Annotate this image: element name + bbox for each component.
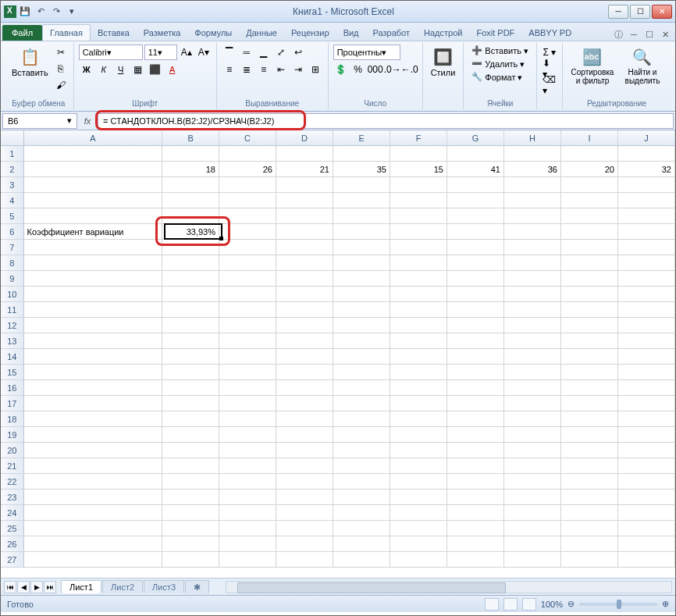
minimize-button[interactable]: ─ [608, 5, 628, 19]
clear-button[interactable]: ⌫ ▾ [542, 77, 557, 93]
cell[interactable] [504, 349, 561, 365]
cell[interactable] [390, 146, 447, 162]
cell[interactable] [618, 490, 675, 505]
row-header[interactable]: 15 [1, 365, 24, 380]
cell[interactable] [561, 474, 618, 490]
tab-abbyy[interactable]: ABBYY PD [521, 25, 578, 41]
cell[interactable] [618, 380, 675, 396]
cell[interactable] [219, 552, 276, 568]
cell[interactable]: 32 [618, 162, 675, 177]
cell[interactable] [276, 458, 333, 474]
merge-button[interactable]: ⊞ [308, 62, 323, 77]
decrease-indent-button[interactable]: ⇤ [273, 62, 289, 77]
tab-data[interactable]: Данные [239, 25, 284, 41]
cell[interactable] [390, 396, 447, 411]
row-header[interactable]: 4 [1, 193, 24, 208]
cell[interactable] [24, 271, 162, 287]
cell[interactable] [24, 208, 162, 224]
row-header[interactable]: 12 [1, 318, 24, 333]
sheet-nav-prev[interactable]: ◀ [17, 581, 30, 593]
col-header-g[interactable]: G [447, 130, 504, 145]
sheet-nav-next[interactable]: ▶ [30, 581, 43, 593]
cell[interactable] [561, 287, 618, 302]
cell[interactable] [219, 224, 276, 240]
maximize-button[interactable]: ☐ [630, 5, 650, 19]
cell[interactable] [447, 490, 504, 505]
tab-formulas[interactable]: Формулы [187, 25, 239, 41]
cell[interactable] [24, 333, 162, 349]
cell[interactable] [561, 271, 618, 287]
cell[interactable] [219, 458, 276, 474]
font-family-combo[interactable]: Calibri ▾ [79, 45, 143, 60]
cell[interactable] [561, 146, 618, 162]
cell[interactable] [162, 505, 219, 521]
cell[interactable] [276, 333, 333, 349]
cell[interactable] [276, 318, 333, 333]
underline-button[interactable]: Ч [113, 62, 129, 77]
cell[interactable] [447, 287, 504, 302]
cell[interactable] [618, 146, 675, 162]
format-painter-button[interactable]: 🖌 [53, 77, 69, 93]
grow-font-button[interactable]: A▴ [179, 45, 194, 60]
paste-button[interactable]: 📋 Вставить [9, 45, 52, 79]
cell[interactable] [504, 443, 561, 458]
cell[interactable] [276, 427, 333, 443]
cell[interactable] [162, 521, 219, 536]
cell[interactable] [561, 333, 618, 349]
cell[interactable] [162, 458, 219, 474]
cell[interactable] [162, 177, 219, 193]
cell[interactable] [219, 271, 276, 287]
cell[interactable] [219, 318, 276, 333]
sheet-tab-1[interactable]: Лист1 [61, 580, 101, 593]
cell[interactable] [276, 224, 333, 240]
cell[interactable] [618, 349, 675, 365]
cell[interactable] [504, 240, 561, 255]
cell[interactable] [618, 333, 675, 349]
cell[interactable] [219, 365, 276, 380]
shrink-font-button[interactable]: A▾ [196, 45, 212, 60]
styles-button[interactable]: 🔲 Стили [428, 45, 459, 79]
align-middle-button[interactable]: ═ [239, 45, 254, 60]
cell[interactable] [447, 333, 504, 349]
cell[interactable] [561, 536, 618, 552]
cell[interactable] [504, 255, 561, 271]
cell[interactable] [276, 396, 333, 411]
cell[interactable] [447, 255, 504, 271]
cell[interactable] [333, 240, 390, 255]
cell[interactable] [447, 380, 504, 396]
cell[interactable] [447, 318, 504, 333]
sheet-nav-first[interactable]: ⏮ [4, 581, 16, 593]
cell[interactable] [390, 333, 447, 349]
cell[interactable] [219, 255, 276, 271]
cell[interactable] [162, 474, 219, 490]
cell[interactable] [333, 349, 390, 365]
cell[interactable] [333, 208, 390, 224]
tab-home[interactable]: Главная [42, 24, 91, 41]
row-header[interactable]: 14 [1, 349, 24, 365]
qat-customize-icon[interactable]: ▾ [65, 5, 79, 19]
cell[interactable] [561, 255, 618, 271]
cell[interactable] [333, 146, 390, 162]
find-select-button[interactable]: 🔍 Найти и выделить [619, 45, 666, 87]
cell[interactable] [219, 411, 276, 427]
horizontal-scrollbar[interactable] [226, 581, 672, 593]
cell[interactable] [561, 302, 618, 318]
cell[interactable] [333, 505, 390, 521]
col-header-e[interactable]: E [333, 130, 390, 145]
cell[interactable] [276, 490, 333, 505]
cell[interactable] [162, 208, 219, 224]
cell[interactable] [390, 427, 447, 443]
cell[interactable] [24, 365, 162, 380]
cell[interactable] [390, 536, 447, 552]
cell[interactable]: 21 [276, 162, 333, 177]
cell[interactable]: 15 [390, 162, 447, 177]
align-bottom-button[interactable]: ▁ [256, 45, 272, 60]
cell[interactable] [447, 521, 504, 536]
cell[interactable] [447, 458, 504, 474]
row-header[interactable]: 25 [1, 521, 24, 536]
cell[interactable]: 18 [162, 162, 219, 177]
cell[interactable] [24, 505, 162, 521]
row-header[interactable]: 7 [1, 240, 24, 255]
cell[interactable] [561, 193, 618, 208]
row-header[interactable]: 10 [1, 287, 24, 302]
